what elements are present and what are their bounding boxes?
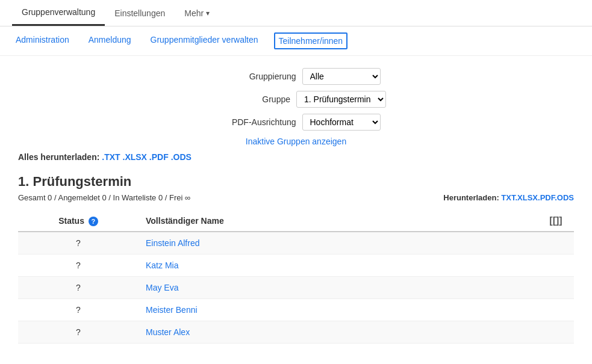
cell-action: [538, 321, 574, 344]
stats-row: Gesamt 0 / Angemeldet 0 / In Warteliste …: [18, 193, 574, 202]
participant-name-link[interactable]: Meister Benni: [146, 305, 198, 315]
sub-nav-teilnehmer[interactable]: Teilnehmer/innen: [274, 32, 348, 49]
col-header-action[interactable]: [[]]: [538, 211, 574, 232]
gruppe-label: Gruppe: [206, 94, 290, 104]
gruppe-row: Gruppe 1. Prüfungstermin 2. Prüfungsterm…: [18, 91, 574, 108]
pdf-label: PDF-Ausrichtung: [212, 117, 296, 127]
cell-name: Einstein Alfred: [139, 232, 538, 254]
top-nav-gruppenverwaltung[interactable]: Gruppenverwaltung: [12, 0, 105, 26]
sub-navigation: Administration Anmeldung Gruppenmitglied…: [0, 26, 592, 56]
chevron-down-icon: ▾: [206, 9, 210, 17]
top-nav-einstellungen[interactable]: Einstellungen: [105, 0, 175, 26]
cell-action: [538, 299, 574, 321]
section-title: 1. Prüfungstermin: [18, 174, 574, 190]
inactive-groups-link[interactable]: Inaktive Gruppen anzeigen: [18, 137, 574, 146]
col-header-name: Vollständiger Name: [139, 211, 538, 232]
pdf-select[interactable]: Hochformat Querformat: [302, 114, 381, 131]
participants-table: Status ? Vollständiger Name [[]] ?Einste…: [18, 211, 574, 344]
participant-name-link[interactable]: Katz Mia: [146, 261, 178, 270]
cell-status: ?: [18, 299, 139, 321]
grid-icon[interactable]: [[]]: [549, 215, 562, 226]
table-row: ?May Eva: [18, 277, 574, 299]
cell-action: [538, 254, 574, 277]
download-all-section: Alles herunterladen: .TXT .XLSX .PDF .OD…: [18, 152, 574, 162]
participant-name-link[interactable]: Einstein Alfred: [146, 238, 200, 248]
participant-name-link[interactable]: May Eva: [146, 283, 178, 292]
section-download-label: Herunterladen:: [443, 193, 499, 202]
table-header-row: Status ? Vollständiger Name [[]]: [18, 211, 574, 232]
cell-status: ?: [18, 321, 139, 344]
download-xlsx-link[interactable]: .XLSX: [123, 152, 147, 162]
col-header-status: Status ?: [18, 211, 139, 232]
gruppierung-select[interactable]: Alle Gruppe: [302, 68, 381, 85]
cell-name: Katz Mia: [139, 254, 538, 277]
download-txt-link[interactable]: .TXT: [102, 152, 120, 162]
cell-name: May Eva: [139, 277, 538, 299]
table-row: ?Einstein Alfred: [18, 232, 574, 254]
cell-status: ?: [18, 277, 139, 299]
stats-text: Gesamt 0 / Angemeldet 0 / In Warteliste …: [18, 193, 190, 202]
cell-status: ?: [18, 232, 139, 254]
table-row: ?Muster Alex: [18, 321, 574, 344]
table-row: ?Meister Benni: [18, 299, 574, 321]
cell-name: Meister Benni: [139, 299, 538, 321]
cell-action: [538, 277, 574, 299]
cell-status: ?: [18, 254, 139, 277]
download-pdf-link[interactable]: .PDF: [149, 152, 169, 162]
cell-action: [538, 232, 574, 254]
top-nav-mehr[interactable]: Mehr ▾: [175, 0, 219, 26]
participant-name-link[interactable]: Muster Alex: [146, 327, 190, 337]
main-content: Gruppierung Alle Gruppe Gruppe 1. Prüfun…: [0, 56, 592, 356]
download-all-label: Alles herunterladen:: [18, 152, 99, 162]
sub-nav-anmeldung[interactable]: Anmeldung: [85, 32, 135, 49]
top-navigation: Gruppenverwaltung Einstellungen Mehr ▾: [0, 0, 592, 26]
download-ods-link[interactable]: .ODS: [171, 152, 192, 162]
gruppe-select[interactable]: 1. Prüfungstermin 2. Prüfungstermin: [296, 91, 386, 108]
filter-section: Gruppierung Alle Gruppe Gruppe 1. Prüfun…: [18, 68, 574, 146]
status-help-icon[interactable]: ?: [89, 217, 98, 226]
sub-nav-gruppenmitglieder[interactable]: Gruppenmitglieder verwalten: [147, 32, 262, 49]
pdf-row: PDF-Ausrichtung Hochformat Querformat: [18, 114, 574, 131]
sub-nav-administration[interactable]: Administration: [12, 32, 73, 49]
gruppierung-label: Gruppierung: [212, 72, 296, 81]
gruppierung-row: Gruppierung Alle Gruppe: [18, 68, 574, 85]
cell-name: Muster Alex: [139, 321, 538, 344]
table-row: ?Katz Mia: [18, 254, 574, 277]
section-download: Herunterladen: TXT.XLSX.PDF.ODS: [443, 193, 574, 202]
section-download-link[interactable]: TXT.XLSX.PDF.ODS: [501, 193, 574, 202]
